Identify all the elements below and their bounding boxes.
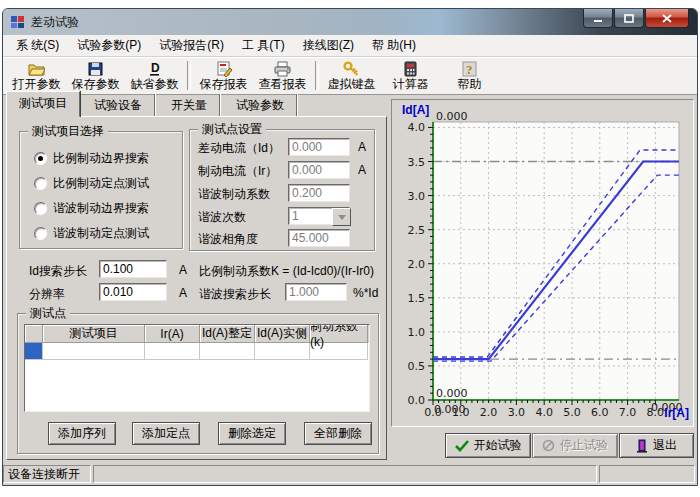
x-axis-title: Ir[A] bbox=[664, 406, 689, 420]
status-panel-middle bbox=[93, 465, 597, 483]
tab-switch-quantity[interactable]: 开关量 bbox=[159, 94, 220, 116]
svg-text:D: D bbox=[151, 61, 160, 75]
unit-label: A bbox=[179, 263, 187, 277]
harmonic-restraint-coef-input[interactable] bbox=[288, 184, 350, 202]
harmonic-phase-angle-input[interactable] bbox=[288, 229, 350, 247]
tab-page-test-items: 测试项目选择 比例制动边界搜索 比例制动定点测试 谐波制动边界搜索 bbox=[6, 116, 387, 460]
default-params-button[interactable]: D 缺省参数 bbox=[125, 57, 184, 94]
delete-all-button[interactable]: 全部删除 bbox=[304, 422, 372, 445]
id-search-step-label: Id搜索步长 bbox=[29, 263, 87, 280]
svg-text:0.000: 0.000 bbox=[434, 403, 466, 416]
chart-panel: Id[A] Ir[A] 0.00.51.01.52.02.53.03.54.00… bbox=[391, 99, 694, 427]
radio-ratio-boundary-search[interactable]: 比例制动边界搜索 bbox=[34, 150, 149, 167]
group-title: 测试项目选择 bbox=[28, 124, 108, 138]
restraint-current-label: 制动电流（Ir） bbox=[198, 163, 277, 180]
view-report-button[interactable]: 查看报表 bbox=[253, 57, 312, 94]
row-selector-cell[interactable] bbox=[25, 343, 43, 360]
diff-current-label: 差动电流（Id） bbox=[198, 140, 280, 157]
menu-help[interactable]: 帮 助(H) bbox=[363, 35, 425, 56]
svg-text:1.0: 1.0 bbox=[408, 326, 426, 339]
menu-tools[interactable]: 工 具(T) bbox=[233, 35, 294, 56]
window-title: 差动试验 bbox=[31, 14, 79, 31]
close-button[interactable] bbox=[645, 9, 689, 28]
toolbar: 打开参数 保存参数 D 缺省参数 保存报表 查看报表 bbox=[3, 57, 697, 95]
svg-text:1.5: 1.5 bbox=[408, 292, 426, 305]
exit-button[interactable]: 退出 bbox=[619, 433, 694, 458]
maximize-button[interactable] bbox=[614, 9, 644, 28]
exit-door-icon bbox=[636, 439, 648, 453]
delete-selected-button[interactable]: 删除选定 bbox=[218, 422, 286, 445]
toolbar-separator bbox=[187, 61, 191, 90]
view-report-icon bbox=[274, 61, 291, 77]
harmonic-phase-angle-label: 谐波相角度 bbox=[198, 231, 258, 248]
menu-test-report[interactable]: 试验报告(R) bbox=[150, 35, 233, 56]
add-sequence-button[interactable]: 添加序列 bbox=[48, 422, 116, 445]
stop-test-button[interactable]: 停止试验 bbox=[532, 433, 618, 458]
client-area: 测试项目 试验设备 开关量 试验参数 测试项目选择 比例制动边界搜索 比例制动定… bbox=[3, 95, 697, 463]
table-header: 测试项目 Ir(A) Id(A)整定 Id(A)实侧 制动系数(k) bbox=[25, 325, 369, 343]
calculator-button[interactable]: 计算器 bbox=[381, 57, 440, 94]
check-icon bbox=[455, 440, 469, 452]
app-icon bbox=[10, 14, 26, 30]
resolution-label: 分辨率 bbox=[29, 286, 65, 303]
menu-wiring-diagram[interactable]: 接线图(Z) bbox=[294, 35, 363, 56]
menu-system[interactable]: 系 统(S) bbox=[7, 35, 68, 56]
harmonic-search-step-input[interactable] bbox=[285, 283, 347, 301]
svg-text:4.0: 4.0 bbox=[535, 406, 553, 419]
radio-icon bbox=[34, 152, 47, 165]
svg-text:?: ? bbox=[466, 62, 473, 77]
svg-text:0.5: 0.5 bbox=[408, 360, 426, 373]
test-points-table[interactable]: 测试项目 Ir(A) Id(A)整定 Id(A)实侧 制动系数(k) bbox=[24, 324, 370, 412]
menu-bar: 系 统(S) 试验参数(P) 试验报告(R) 工 具(T) 接线图(Z) 帮 助… bbox=[3, 35, 697, 57]
radio-harmonic-fixed-point-test[interactable]: 谐波制动定点测试 bbox=[34, 225, 149, 242]
col-ir: Ir(A) bbox=[145, 325, 200, 343]
stop-icon bbox=[542, 439, 555, 452]
tab-test-equipment[interactable]: 试验设备 bbox=[82, 94, 155, 116]
menu-test-params[interactable]: 试验参数(P) bbox=[68, 35, 150, 56]
title-bar[interactable]: 差动试验 bbox=[3, 9, 697, 35]
calculator-icon bbox=[402, 61, 419, 77]
radio-icon bbox=[34, 202, 47, 215]
svg-text:3.5: 3.5 bbox=[408, 156, 426, 169]
table-row[interactable] bbox=[25, 343, 369, 360]
id-search-step-input[interactable] bbox=[99, 260, 167, 278]
chevron-down-icon[interactable] bbox=[332, 208, 351, 226]
group-title: 测试点 bbox=[26, 306, 70, 320]
open-params-button[interactable]: 打开参数 bbox=[7, 57, 66, 94]
status-connection: 设备连接断开 bbox=[3, 465, 91, 483]
tab-test-parameters[interactable]: 试验参数 bbox=[224, 94, 297, 116]
resolution-input[interactable] bbox=[99, 283, 167, 301]
save-icon bbox=[87, 61, 104, 77]
save-report-button[interactable]: 保存报表 bbox=[194, 57, 253, 94]
default-params-icon: D bbox=[146, 61, 163, 77]
col-row-selector bbox=[25, 325, 43, 343]
minimize-button[interactable] bbox=[583, 9, 613, 28]
unit-label: A bbox=[358, 163, 366, 177]
y-axis-title: Id[A] bbox=[402, 103, 429, 117]
svg-text:3.0: 3.0 bbox=[408, 190, 426, 203]
ratio-coef-formula: 比例制动系数K = (Id-Icd0)/(Ir-Ir0) bbox=[199, 263, 374, 280]
radio-icon bbox=[34, 177, 47, 190]
svg-text:3.0: 3.0 bbox=[508, 406, 526, 419]
add-fixed-point-button[interactable]: 添加定点 bbox=[132, 422, 200, 445]
start-test-button[interactable]: 开始试验 bbox=[445, 433, 531, 458]
svg-text:0.0: 0.0 bbox=[408, 394, 426, 407]
save-params-button[interactable]: 保存参数 bbox=[66, 57, 125, 94]
test-point-settings-group: 测试点设置 差动电流（Id） A 制动电流（Ir） A 谐波制动系数 谐波次数 … bbox=[189, 129, 375, 251]
svg-text:4.0: 4.0 bbox=[408, 121, 426, 134]
virtual-keyboard-button[interactable]: 虚拟键盘 bbox=[322, 57, 381, 94]
col-id-set: Id(A)整定 bbox=[200, 325, 255, 343]
unit-label: %*Id bbox=[353, 286, 378, 300]
help-icon: ? bbox=[461, 61, 478, 77]
radio-icon bbox=[34, 227, 47, 240]
restraint-current-input[interactable] bbox=[288, 161, 350, 179]
svg-text:5.0: 5.0 bbox=[563, 406, 581, 419]
help-button[interactable]: ? 帮助 bbox=[440, 57, 499, 94]
radio-ratio-fixed-point-test[interactable]: 比例制动定点测试 bbox=[34, 175, 149, 192]
diff-current-input[interactable] bbox=[288, 138, 350, 156]
col-test-item: 测试项目 bbox=[43, 325, 145, 343]
radio-harmonic-boundary-search[interactable]: 谐波制动边界搜索 bbox=[34, 200, 149, 217]
svg-text:0.000: 0.000 bbox=[436, 110, 468, 123]
group-title: 测试点设置 bbox=[198, 122, 266, 136]
tab-test-items[interactable]: 测试项目 bbox=[6, 91, 80, 117]
